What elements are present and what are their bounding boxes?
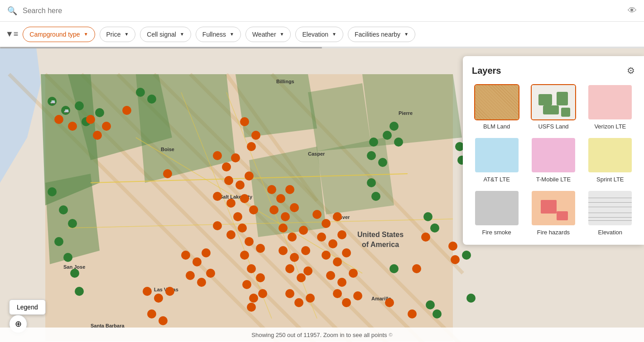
svg-point-127: [192, 257, 202, 266]
layer-blm-land[interactable]: BLM Land: [472, 84, 521, 130]
svg-point-103: [290, 253, 299, 262]
layer-fire-hazards[interactable]: Fire hazards: [529, 190, 578, 236]
layer-blm-thumb: [474, 84, 519, 120]
layers-title: Layers: [472, 66, 501, 76]
layer-sprint-thumb: [587, 137, 633, 173]
svg-point-95: [285, 185, 294, 194]
svg-point-93: [267, 185, 276, 194]
svg-text:🚐: 🚐: [64, 108, 69, 114]
svg-point-121: [337, 278, 346, 287]
eye-icon[interactable]: 👁: [628, 5, 637, 16]
svg-point-135: [147, 309, 156, 318]
svg-point-136: [159, 316, 168, 325]
map-container[interactable]: Billings Pierre Boise Casper Salt Lake C…: [0, 47, 644, 342]
svg-point-130: [197, 278, 206, 287]
svg-point-47: [54, 237, 63, 246]
status-text: Showing 250 out of 11957. Zoom in to see…: [251, 332, 387, 338]
svg-text:of America: of America: [362, 241, 399, 248]
svg-point-44: [48, 187, 57, 196]
svg-point-53: [389, 264, 399, 273]
svg-point-126: [181, 251, 190, 260]
svg-point-105: [285, 264, 294, 273]
filter-fullness[interactable]: Fullness ▼: [196, 27, 241, 42]
layer-firesmoke-thumb: [474, 190, 519, 226]
svg-point-90: [249, 294, 258, 303]
filter-price[interactable]: Price ▼: [100, 27, 136, 42]
layer-elevation-thumb: [587, 190, 633, 226]
svg-point-41: [378, 158, 387, 167]
svg-point-94: [276, 194, 285, 203]
layer-verizon-thumb: [587, 84, 633, 120]
layer-att[interactable]: AT&T LTE: [472, 137, 521, 183]
filter-campground-type[interactable]: Campground type ▼: [23, 27, 95, 42]
cell-signal-chevron: ▼: [180, 32, 184, 37]
layer-blm-label: BLM Land: [483, 123, 510, 130]
facilities-nearby-label: Facilities nearby: [355, 31, 400, 38]
svg-point-52: [371, 192, 380, 201]
svg-point-110: [306, 294, 315, 303]
svg-point-71: [222, 162, 231, 171]
svg-point-69: [247, 142, 256, 151]
filter-icon[interactable]: ▼≡: [5, 29, 18, 39]
svg-point-96: [269, 205, 279, 214]
svg-point-72: [231, 153, 240, 162]
layer-usfs-land[interactable]: USFS Land: [529, 84, 578, 130]
svg-point-75: [245, 171, 254, 180]
layer-fire-smoke[interactable]: Fire smoke: [472, 190, 521, 236]
svg-point-111: [312, 210, 322, 219]
scroll-indicator: [0, 47, 644, 48]
layer-sprint[interactable]: Sprint LTE: [586, 137, 635, 183]
search-input[interactable]: [23, 7, 622, 15]
svg-point-140: [412, 264, 421, 273]
filter-elevation[interactable]: Elevation ▼: [295, 27, 343, 42]
svg-point-86: [240, 251, 249, 260]
svg-point-112: [322, 219, 331, 228]
svg-point-62: [86, 115, 95, 124]
layer-firehazards-thumb: [531, 190, 576, 226]
svg-point-55: [430, 223, 439, 233]
svg-point-87: [247, 264, 256, 273]
filter-facilities-nearby[interactable]: Facilities nearby ▼: [348, 27, 415, 42]
svg-point-74: [235, 180, 245, 190]
layer-elevation[interactable]: Elevation: [586, 190, 635, 236]
layers-header: Layers ⚙: [472, 65, 635, 76]
elevation-chevron: ▼: [332, 32, 336, 37]
svg-point-78: [240, 194, 249, 203]
svg-point-115: [328, 239, 337, 248]
svg-point-132: [143, 287, 152, 296]
svg-point-118: [333, 257, 342, 266]
fullness-label: Fullness: [202, 31, 226, 38]
svg-point-124: [342, 298, 351, 307]
svg-point-79: [249, 205, 258, 214]
search-icon: 🔍: [7, 6, 17, 16]
layers-panel: Layers ⚙ BLM Land: [463, 56, 644, 245]
filter-cell-signal[interactable]: Cell signal ▼: [140, 27, 191, 42]
svg-point-31: [75, 101, 84, 110]
svg-point-139: [451, 255, 460, 264]
layer-firehazards-label: Fire hazards: [537, 229, 570, 236]
filter-weather[interactable]: Weather ▼: [245, 27, 291, 42]
svg-point-56: [462, 251, 471, 260]
svg-point-100: [288, 233, 297, 242]
layer-tmobile[interactable]: T-Mobile LTE: [529, 137, 578, 183]
legend-button[interactable]: Legend: [9, 299, 46, 315]
layer-att-label: AT&T LTE: [483, 176, 510, 183]
svg-point-128: [202, 248, 211, 257]
svg-point-108: [285, 289, 294, 298]
svg-point-48: [63, 253, 72, 262]
layers-gear-icon[interactable]: ⚙: [627, 65, 635, 76]
svg-point-109: [294, 298, 303, 307]
elevation-label: Elevation: [302, 31, 328, 38]
campground-type-chevron: ▼: [84, 32, 88, 37]
svg-point-85: [256, 244, 265, 253]
svg-point-83: [238, 223, 247, 233]
svg-point-129: [186, 271, 195, 280]
svg-point-45: [59, 205, 68, 214]
svg-text:Boise: Boise: [161, 147, 174, 152]
svg-point-60: [54, 115, 63, 124]
layer-verizon[interactable]: Verizon LTE: [586, 84, 635, 130]
svg-point-80: [233, 212, 242, 221]
svg-point-82: [226, 230, 235, 239]
svg-point-106: [297, 273, 306, 282]
svg-point-120: [326, 271, 335, 280]
